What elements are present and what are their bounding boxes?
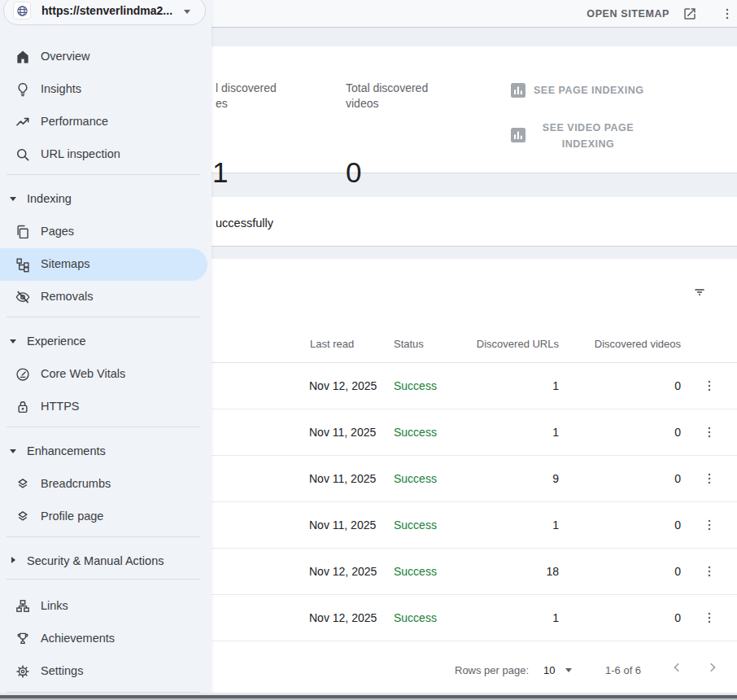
row-last-read: Nov 11, 2025 — [309, 456, 407, 501]
section-header-experience[interactable]: Experience — [0, 326, 212, 358]
col-header-status: Status — [394, 338, 424, 350]
see-page-indexing-button[interactable]: SEE PAGE INDEXING — [534, 85, 643, 96]
search-console-sitemaps-page: OPEN SITEMAP l discovered es 1 Total dis… — [0, 0, 737, 700]
sidebar-item-label: Performance — [41, 115, 108, 128]
discovered-pages-label-fragment-2: es — [216, 96, 228, 112]
sidebar-item-core-web-vitals[interactable]: Core Web Vitals — [0, 358, 212, 391]
row-kebab-menu-icon[interactable] — [698, 502, 721, 548]
trending-up-icon — [15, 114, 31, 130]
sidebar-item-label: Core Web Vitals — [41, 367, 125, 380]
section-header-indexing[interactable]: Indexing — [0, 183, 212, 216]
sidebar-item-url-inspection[interactable]: URL inspection — [0, 138, 212, 171]
row-discovered-videos: 0 — [561, 502, 681, 548]
col-header-discovered-videos: Discovered videos — [561, 338, 681, 350]
row-last-read: Nov 12, 2025 — [309, 549, 407, 594]
section-label: Security & Manual Actions — [27, 554, 164, 567]
sidebar-item-label: Breadcrumbs — [41, 477, 111, 490]
globe-icon — [13, 2, 31, 20]
row-kebab-menu-icon[interactable] — [698, 549, 721, 594]
divider — [7, 536, 200, 537]
previous-page-button[interactable] — [669, 659, 685, 676]
chevron-down-icon — [184, 10, 190, 14]
row-discovered-videos: 0 — [561, 409, 681, 455]
row-discovered-videos: 0 — [561, 456, 681, 501]
see-video-page-indexing-button[interactable]: SEE VIDEO PAGE INDEXING — [527, 120, 649, 152]
tree-icon — [15, 598, 31, 615]
trophy-icon — [15, 631, 31, 647]
filter-list-icon[interactable] — [692, 285, 707, 300]
property-selector[interactable]: https://stenverlindma2... — [3, 0, 206, 25]
next-page-button[interactable] — [704, 659, 721, 676]
discovered-pages-label-fragment: l discovered — [216, 81, 277, 96]
chevron-down-icon — [10, 339, 16, 343]
sidebar-item-performance[interactable]: Performance — [0, 106, 212, 138]
divider — [7, 579, 200, 580]
divider — [7, 427, 200, 427]
divider — [7, 174, 200, 175]
sidebar-item-label: Insights — [41, 82, 81, 95]
discovered-videos-label-2: videos — [346, 96, 378, 112]
lightbulb-icon — [15, 81, 31, 98]
sidebar-item-sitemaps[interactable]: Sitemaps — [0, 248, 207, 281]
section-label: Experience — [27, 335, 86, 348]
sidebar-item-overview[interactable]: Overview — [0, 41, 212, 73]
row-discovered-urls: 9 — [439, 456, 559, 501]
row-last-read: Nov 12, 2025 — [309, 595, 407, 641]
gauge-icon — [15, 366, 31, 383]
sidebar-item-label: Pages — [41, 225, 74, 238]
row-discovered-urls: 1 — [439, 409, 559, 455]
section-header-enhancements[interactable]: Enhancements — [0, 435, 212, 468]
row-kebab-menu-icon[interactable] — [698, 409, 721, 455]
row-discovered-videos: 0 — [561, 595, 681, 641]
row-last-read: Nov 12, 2025 — [309, 363, 407, 409]
col-header-discovered-urls: Discovered URLs — [439, 338, 559, 350]
sidebar-item-breadcrumbs[interactable]: Breadcrumbs — [0, 468, 212, 501]
row-discovered-urls: 1 — [439, 363, 559, 409]
section-label: Enhancements — [27, 444, 106, 457]
sidebar-item-https[interactable]: HTTPS — [0, 391, 212, 423]
row-kebab-menu-icon[interactable] — [698, 456, 721, 501]
sidebar-item-pages[interactable]: Pages — [0, 216, 212, 248]
sitemap-icon — [15, 256, 31, 273]
row-last-read: Nov 11, 2025 — [309, 502, 407, 548]
layers-icon — [15, 476, 31, 492]
chevron-down-icon[interactable] — [565, 668, 572, 672]
layers-icon — [15, 509, 31, 525]
sidebar-item-label: Profile page — [41, 510, 103, 523]
sidebar-item-label: URL inspection — [41, 147, 120, 160]
open-sitemap-button[interactable]: OPEN SITEMAP — [587, 8, 669, 20]
row-last-read: Nov 11, 2025 — [309, 409, 407, 455]
horizontal-scrollbar[interactable] — [0, 693, 737, 700]
sidebar-item-settings[interactable]: Settings — [0, 655, 212, 688]
sidebar-item-label: Achievements — [41, 632, 115, 645]
sidebar-item-achievements[interactable]: Achievements — [0, 623, 212, 655]
rows-per-page-select[interactable]: 10 — [543, 664, 555, 676]
row-discovered-videos: 0 — [561, 363, 681, 409]
row-discovered-urls: 1 — [439, 502, 559, 548]
kebab-menu-icon[interactable] — [720, 7, 735, 21]
home-icon — [15, 49, 31, 65]
sidebar-item-label: Links — [41, 599, 68, 612]
sidebar-item-profile-page[interactable]: Profile page — [0, 501, 212, 533]
open-in-new-icon[interactable] — [682, 7, 697, 21]
sidebar-item-label: Removals — [41, 290, 93, 303]
row-discovered-urls: 18 — [439, 549, 559, 594]
chevron-down-icon — [10, 197, 16, 201]
col-header-last-read: Last read — [310, 338, 354, 350]
row-discovered-urls: 1 — [439, 595, 559, 641]
section-label: Indexing — [27, 192, 72, 205]
sidebar-item-insights[interactable]: Insights — [0, 73, 212, 106]
bar-chart-icon — [511, 128, 525, 142]
sidebar-item-links[interactable]: Links — [0, 590, 212, 623]
gear-icon — [15, 663, 31, 680]
sidebar-item-label: Settings — [41, 664, 83, 677]
row-kebab-menu-icon[interactable] — [698, 363, 721, 409]
rows-per-page-label: Rows per page: — [455, 664, 529, 676]
discovered-videos-label: Total discovered — [346, 81, 428, 96]
bar-chart-icon — [511, 83, 525, 98]
section-header-security-manual-actions[interactable]: Security & Manual Actions — [0, 545, 212, 578]
navigation-drawer: https://stenverlindma2... Overview Insig… — [0, 0, 212, 700]
sidebar-item-removals[interactable]: Removals — [0, 281, 212, 313]
row-kebab-menu-icon[interactable] — [698, 595, 721, 641]
sidebar-item-label: Sitemaps — [41, 257, 89, 270]
